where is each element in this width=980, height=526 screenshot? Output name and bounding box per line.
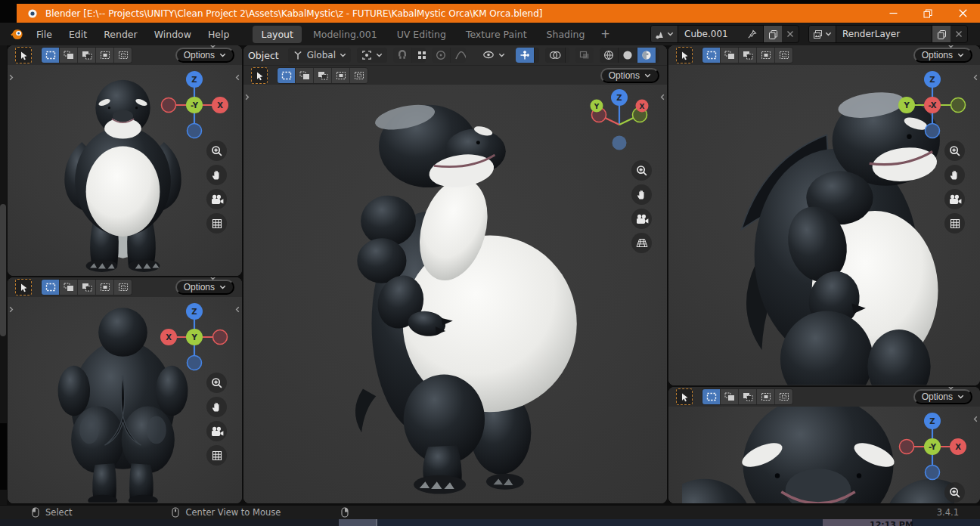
viewport-main[interactable]: Object Global bbox=[243, 45, 667, 503]
grid-persp-button[interactable] bbox=[631, 233, 652, 253]
tweak-select-tool-button[interactable] bbox=[15, 279, 32, 295]
viewport-canvas[interactable]: YZ-X bbox=[668, 65, 980, 385]
new-scene-button[interactable] bbox=[763, 26, 782, 42]
sidebar-expand-icon[interactable] bbox=[235, 306, 240, 313]
select-extend-button[interactable] bbox=[60, 48, 78, 63]
toggle-xray-button[interactable] bbox=[575, 48, 594, 63]
snap-target-dropdown[interactable] bbox=[412, 48, 426, 63]
orca-model-perspective[interactable] bbox=[319, 85, 581, 503]
select-set-button[interactable] bbox=[42, 280, 60, 295]
viewport-side[interactable]: Options YZ-X bbox=[668, 45, 980, 385]
viewport-front[interactable]: Options XZ-Y bbox=[8, 45, 242, 276]
options-dropdown[interactable]: Options bbox=[600, 68, 659, 83]
sidebar-expand-icon[interactable] bbox=[973, 74, 978, 81]
toolbar-expand-icon[interactable] bbox=[9, 74, 14, 81]
navigation-gizmo[interactable]: ZYX bbox=[584, 89, 655, 160]
windows-taskbar[interactable]: 12:13 PM bbox=[0, 519, 980, 526]
options-dropdown[interactable]: Options bbox=[913, 48, 972, 63]
zoom-button[interactable] bbox=[206, 373, 227, 393]
viewport-canvas[interactable]: ZYX bbox=[243, 85, 667, 503]
select-extend-button[interactable] bbox=[296, 68, 314, 83]
zoom-button[interactable] bbox=[944, 141, 965, 161]
tab-texture-paint[interactable]: Texture Paint bbox=[457, 26, 535, 43]
menu-edit[interactable]: Edit bbox=[60, 29, 95, 40]
viewport-canvas[interactable]: XZ-Y bbox=[8, 65, 242, 276]
taskbar-app-tile[interactable] bbox=[339, 519, 377, 526]
viewport-face[interactable]: Options XZ-Y bbox=[668, 387, 980, 503]
overlays-dropdown[interactable] bbox=[566, 48, 569, 63]
menu-render[interactable]: Render bbox=[95, 29, 146, 40]
select-extend-button[interactable] bbox=[721, 389, 739, 404]
toolbar-expand-icon[interactable] bbox=[245, 94, 250, 101]
tweak-select-tool-button[interactable] bbox=[15, 47, 32, 63]
pivot-point-dropdown[interactable] bbox=[357, 48, 387, 63]
new-view-layer-button[interactable] bbox=[932, 26, 951, 42]
unlink-scene-button[interactable] bbox=[782, 26, 799, 42]
header-overflow-icon[interactable] bbox=[209, 277, 216, 280]
zoom-button[interactable] bbox=[206, 141, 227, 161]
options-dropdown[interactable]: Options bbox=[913, 389, 972, 404]
viewport-canvas[interactable]: XZY bbox=[8, 297, 242, 503]
viewport-back[interactable]: Options XZY bbox=[8, 277, 242, 503]
shading-solid-button[interactable] bbox=[619, 48, 637, 63]
select-extend-button[interactable] bbox=[60, 280, 78, 295]
camera-button[interactable] bbox=[944, 189, 965, 209]
header-overflow-icon[interactable] bbox=[209, 45, 216, 48]
snap-toggle[interactable] bbox=[393, 48, 412, 63]
zoom-button[interactable] bbox=[631, 160, 652, 181]
menu-file[interactable]: File bbox=[28, 29, 60, 40]
minimize-button[interactable] bbox=[876, 4, 910, 23]
panel-scrollbar[interactable] bbox=[0, 204, 6, 336]
camera-button[interactable] bbox=[631, 209, 652, 229]
restore-button[interactable] bbox=[910, 4, 945, 23]
select-intersect-button[interactable] bbox=[114, 48, 132, 63]
select-subtract-button[interactable] bbox=[78, 48, 96, 63]
camera-button[interactable] bbox=[206, 189, 227, 209]
shading-material-button[interactable] bbox=[637, 48, 656, 63]
scene-browse-button[interactable] bbox=[651, 26, 678, 42]
pan-button[interactable] bbox=[206, 397, 227, 417]
transform-orientation-dropdown[interactable]: Global bbox=[288, 48, 351, 63]
grid-button[interactable] bbox=[206, 213, 227, 234]
shading-wireframe-button[interactable] bbox=[600, 48, 619, 63]
show-overlays-toggle[interactable] bbox=[545, 48, 566, 63]
add-workspace-button[interactable]: + bbox=[594, 27, 616, 41]
object-visibility-dropdown[interactable] bbox=[478, 48, 510, 63]
select-invert-button[interactable] bbox=[96, 280, 114, 295]
tab-modeling-001[interactable]: Modeling.001 bbox=[305, 26, 386, 43]
show-gizmo-toggle[interactable] bbox=[516, 48, 535, 63]
tab-uv-editing[interactable]: UV Editing bbox=[389, 26, 454, 43]
zoom-button[interactable] bbox=[944, 482, 965, 503]
select-invert-button[interactable] bbox=[96, 48, 114, 63]
menu-window[interactable]: Window bbox=[146, 29, 200, 40]
scene-name-field[interactable]: Cube.001 bbox=[678, 26, 763, 42]
pin-icon[interactable] bbox=[747, 29, 757, 39]
select-subtract-button[interactable] bbox=[739, 389, 757, 404]
sidebar-expand-icon[interactable] bbox=[235, 74, 240, 81]
grid-button[interactable] bbox=[206, 445, 227, 466]
select-intersect-button[interactable] bbox=[114, 280, 132, 295]
view-layer-name-field[interactable]: RenderLayer bbox=[836, 26, 932, 42]
select-invert-button[interactable] bbox=[332, 68, 350, 83]
navigation-gizmo[interactable]: XZ-Y bbox=[897, 411, 968, 482]
select-invert-button[interactable] bbox=[757, 389, 775, 404]
select-subtract-button[interactable] bbox=[314, 68, 332, 83]
view-layer-browse-button[interactable] bbox=[809, 26, 836, 42]
select-subtract-button[interactable] bbox=[78, 280, 96, 295]
options-dropdown[interactable]: Options bbox=[175, 280, 234, 295]
proportional-editing-toggle[interactable] bbox=[432, 48, 451, 63]
pan-button[interactable] bbox=[206, 165, 227, 185]
sidebar-expand-icon[interactable] bbox=[660, 94, 665, 101]
pan-button[interactable] bbox=[631, 184, 652, 205]
select-extend-button[interactable] bbox=[721, 48, 739, 63]
navigation-gizmo[interactable]: XZ-Y bbox=[159, 70, 230, 141]
navigation-gizmo[interactable]: XZY bbox=[159, 302, 230, 373]
toolbar-expand-icon[interactable] bbox=[9, 306, 14, 313]
grid-button[interactable] bbox=[944, 213, 965, 234]
select-set-button[interactable] bbox=[702, 48, 721, 63]
select-set-button[interactable] bbox=[278, 68, 296, 83]
camera-button[interactable] bbox=[206, 421, 227, 441]
remove-view-layer-button[interactable] bbox=[951, 26, 967, 42]
pan-button[interactable] bbox=[944, 165, 965, 185]
select-intersect-button[interactable] bbox=[775, 48, 792, 63]
